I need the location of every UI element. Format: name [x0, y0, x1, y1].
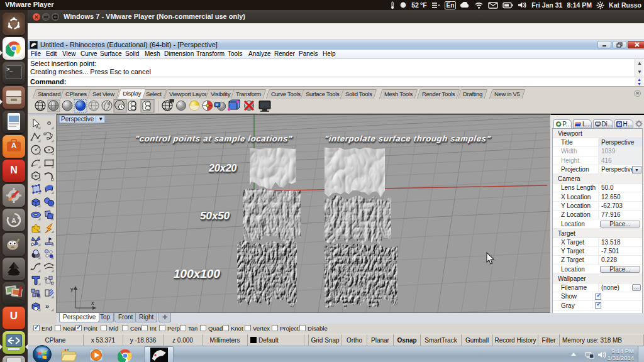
- svg-text:»: »: [45, 302, 49, 310]
- svg-text:?: ?: [618, 122, 621, 126]
- svg-text:A: A: [11, 217, 16, 224]
